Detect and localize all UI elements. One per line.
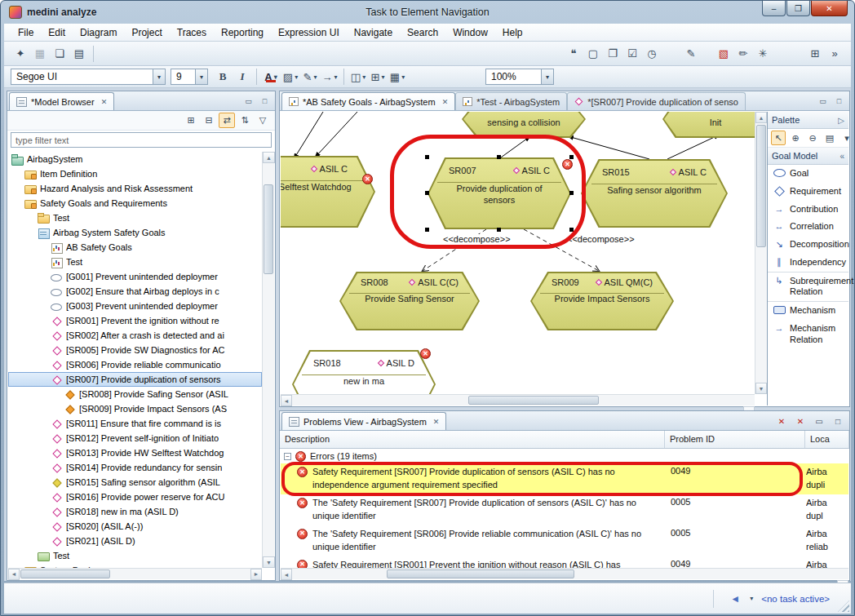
scroll-up-icon[interactable]: ▲ bbox=[755, 112, 767, 123]
tree-item[interactable]: [SR016] Provide power reserve for ACU bbox=[8, 490, 262, 504]
column-location[interactable]: Loca bbox=[805, 431, 849, 448]
palette-item-correlation[interactable]: ↔ Correlation bbox=[768, 218, 848, 236]
minimize-icon[interactable]: ▭ bbox=[812, 414, 826, 428]
menu-expression-ui[interactable]: Expression UI bbox=[271, 25, 347, 40]
delete-marker-icon[interactable]: ✕ bbox=[774, 414, 789, 428]
palette-item-mechanism-relation[interactable]: → Mechanism Relation bbox=[768, 320, 848, 349]
menu-reporting[interactable]: Reporting bbox=[214, 25, 271, 40]
menu-edit[interactable]: Edit bbox=[41, 25, 73, 40]
section-collapse-icon[interactable]: « bbox=[839, 152, 844, 161]
scroll-down-icon[interactable]: ▼ bbox=[755, 383, 767, 394]
task-back-icon[interactable]: ◄ bbox=[726, 590, 744, 608]
scrollbar-thumb[interactable] bbox=[387, 569, 574, 578]
lightbulb-icon[interactable]: ✳ bbox=[754, 45, 772, 63]
collapse-all-icon[interactable]: ⊟ bbox=[201, 113, 217, 128]
scrollbar-thumb[interactable] bbox=[468, 396, 599, 405]
delete-all-markers-icon[interactable]: ✕ bbox=[793, 414, 808, 428]
note-tool-icon[interactable]: ▤ bbox=[822, 131, 837, 145]
maximize-view-icon[interactable]: □ bbox=[258, 95, 272, 107]
italic-button[interactable]: I bbox=[233, 68, 251, 86]
tab-sr007[interactable]: *[SR007] Provide duplication of senso bbox=[567, 92, 746, 110]
column-problem-id[interactable]: Problem ID bbox=[665, 431, 805, 448]
annotate-icon[interactable]: ✏ bbox=[734, 45, 752, 63]
print-icon[interactable]: ❏ bbox=[51, 45, 69, 63]
diagram-node-init[interactable]: Init bbox=[662, 112, 755, 138]
tree-item[interactable]: [SR001] Prevent the ignition without re bbox=[8, 313, 262, 328]
zoom-out-tool-icon[interactable]: ⊖ bbox=[805, 131, 820, 145]
tree-item[interactable]: [G002] Ensure that Airbag deploys in c bbox=[8, 284, 262, 299]
bold-button[interactable]: B bbox=[214, 68, 232, 86]
tab-ab-safety-goals[interactable]: *AB Safety Goals - AirbagSystem ✕ bbox=[281, 92, 455, 110]
errors-group-row[interactable]: − ✕ Errors (19 items) bbox=[281, 449, 848, 463]
tree-item[interactable]: Test bbox=[8, 255, 262, 269]
problem-row[interactable]: ✕Safety Requirement [SR007] Provide dupl… bbox=[281, 463, 848, 494]
view-menu-icon[interactable]: ▽ bbox=[255, 113, 271, 128]
scroll-down-icon[interactable]: ▼ bbox=[263, 556, 275, 568]
problem-row[interactable]: ✕The 'Safety Requirement [SR006] Provide… bbox=[281, 525, 848, 556]
scrollbar-thumb[interactable] bbox=[264, 184, 273, 274]
font-color-button[interactable]: A▾ bbox=[262, 68, 280, 86]
note-icon[interactable]: ▢ bbox=[584, 45, 602, 63]
menu-search[interactable]: Search bbox=[400, 25, 445, 40]
close-icon[interactable]: ✕ bbox=[442, 98, 449, 106]
minimize-window-button[interactable]: – bbox=[762, 1, 786, 16]
sort-icon[interactable]: ⇅ bbox=[237, 113, 253, 128]
perspective-chevron-icon[interactable]: » bbox=[826, 45, 844, 63]
minimize-view-icon[interactable]: ▭ bbox=[816, 95, 830, 107]
tree-item[interactable]: [SR007] Provide duplication of sensors bbox=[8, 372, 262, 387]
clock-icon[interactable]: ◷ bbox=[643, 45, 661, 63]
palette-item-independency[interactable]: ∥ Independency bbox=[768, 254, 848, 272]
tree-item[interactable]: [SR013] Provide HW Selftest Watchdog bbox=[8, 445, 262, 460]
tree-item[interactable]: [G003] Prevent unintended deploymer bbox=[8, 299, 262, 313]
problem-row[interactable]: ✕Safety Requirement [SR001] Prevent the … bbox=[281, 556, 848, 568]
combo-arrow-icon[interactable]: ▾ bbox=[541, 69, 553, 84]
tree-item[interactable]: [SR008] Provide Safing Sensor (ASIL bbox=[8, 387, 262, 401]
tree-item[interactable]: Test bbox=[8, 211, 262, 225]
scroll-left-icon[interactable]: ◄ bbox=[281, 395, 292, 406]
scroll-up-icon[interactable]: ▲ bbox=[263, 152, 275, 163]
close-window-button[interactable]: ✕ bbox=[811, 1, 848, 16]
tree-item[interactable]: [SR014] Provide redundancy for sensin bbox=[8, 460, 262, 475]
palette-item-goal[interactable]: Goal bbox=[768, 165, 848, 183]
palette-item-decomposition[interactable]: ↘ Decomposition bbox=[768, 236, 848, 254]
copy-icon[interactable]: ❐ bbox=[604, 45, 622, 63]
font-size-combo[interactable]: 9▾ bbox=[171, 69, 208, 85]
palette-item-requirement[interactable]: Requirement bbox=[768, 183, 848, 201]
selection-handle[interactable] bbox=[425, 191, 429, 195]
save-icon[interactable]: ▦ bbox=[31, 45, 49, 63]
scroll-left-icon[interactable]: ◄ bbox=[8, 569, 20, 580]
expand-all-icon[interactable]: ⊞ bbox=[183, 113, 199, 128]
menu-traces[interactable]: Traces bbox=[170, 25, 214, 40]
selection-handle[interactable] bbox=[497, 155, 501, 159]
editor-horizontal-scrollbar[interactable]: ◄ ► bbox=[281, 394, 755, 405]
toolbox-icon[interactable]: ▧ bbox=[715, 45, 733, 63]
diagram-canvas[interactable]: sensing a collision Init ASIL C e HW Sel… bbox=[281, 112, 755, 394]
combo-arrow-icon[interactable]: ▾ bbox=[153, 69, 165, 84]
tree-item[interactable]: AB Safety Goals bbox=[8, 240, 262, 255]
tree-item[interactable]: Item Definition bbox=[8, 166, 262, 181]
menu-window[interactable]: Window bbox=[445, 25, 495, 40]
diagram-node-sr009[interactable]: SR009ASIL QM(C) Provide Impact Sensors bbox=[530, 272, 674, 330]
diagram-node-sr008[interactable]: SR008ASIL C(C) Provide Safing Sensor bbox=[339, 272, 480, 330]
tree-item[interactable]: Airbag System Safety Goals bbox=[8, 225, 262, 240]
pen-icon[interactable]: ✎▾ bbox=[301, 68, 319, 86]
tree-item[interactable]: [SR005] Provide SW Diagnostics for AC bbox=[8, 343, 262, 357]
tab-model-browser[interactable]: *Model Browser ✕ bbox=[9, 92, 114, 110]
scrollbar-thumb[interactable] bbox=[20, 569, 110, 578]
title-bar[interactable]: medini analyze Task to Element Navigatio… bbox=[1, 1, 854, 24]
minimize-view-icon[interactable]: ▭ bbox=[241, 95, 255, 107]
combo-arrow-icon[interactable]: ▾ bbox=[195, 69, 207, 84]
palette-item-subrequirement-relation[interactable]: ↳ Subrequirement Relation bbox=[768, 272, 848, 302]
align-icon[interactable]: ⊞▾ bbox=[369, 68, 387, 86]
diagram-node-watchdog[interactable]: ASIL C e HW Selftest Watchdog ✕ bbox=[281, 156, 375, 228]
tree-item[interactable]: [SR021] (ASIL D) bbox=[8, 534, 262, 548]
tab-test[interactable]: *Test - AirbagSystem bbox=[455, 92, 567, 110]
menu-project[interactable]: Project bbox=[124, 25, 169, 40]
tree-item[interactable]: [SR009] Provide Impact Sensors (AS bbox=[8, 401, 262, 416]
editor-vertical-scrollbar[interactable]: ▲ ▼ bbox=[755, 112, 767, 394]
fill-color-icon[interactable]: ▨▾ bbox=[281, 68, 299, 86]
comment-icon[interactable]: ❝ bbox=[565, 45, 583, 63]
palette-header[interactable]: Palette ▷ bbox=[768, 112, 848, 129]
filter-input[interactable] bbox=[11, 132, 272, 148]
connector-icon[interactable]: →▾ bbox=[321, 68, 339, 86]
